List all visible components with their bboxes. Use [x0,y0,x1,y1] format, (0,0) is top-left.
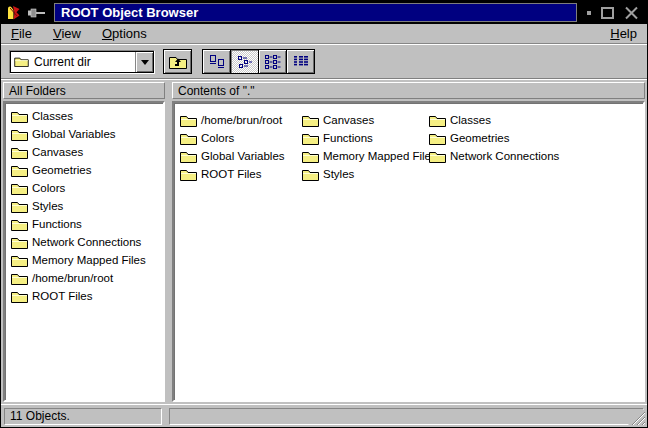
content-item-label: Styles [323,168,354,180]
contents-column-2: Canvases Functions Memory Mapped Files S… [302,111,429,183]
large-icons-button[interactable] [202,49,231,74]
folder-icon [302,168,319,181]
content-item-home-brun-root[interactable]: /home/brun/root [180,111,302,129]
list-view-icon [265,55,281,69]
folder-icon [180,132,197,145]
tree-item-label: /home/brun/root [32,272,113,284]
tree-item-memory-mapped-files[interactable]: Memory Mapped Files [9,251,163,269]
titlebar: ROOT Object Browser [1,1,647,24]
tree-item-label: Colors [32,182,65,194]
content-item-colors[interactable]: Colors [180,129,302,147]
menu-help-label: elp [620,26,637,41]
folder-up-icon [168,54,188,70]
tree-item-functions[interactable]: Functions [9,215,163,233]
folder-icon [180,168,197,181]
maximize-button[interactable] [601,7,614,19]
content-item-network-connections[interactable]: Network Connections [429,147,559,165]
content-item-label: Classes [450,114,491,126]
content-item-label: Global Variables [201,150,285,162]
tree-item-network-connections[interactable]: Network Connections [9,233,163,251]
content-item-global-variables[interactable]: Global Variables [180,147,302,165]
window-controls [587,6,641,20]
content-item-functions[interactable]: Functions [302,129,429,147]
tree-item-label: ROOT Files [32,290,93,302]
content-item-styles[interactable]: Styles [302,165,429,183]
toolbar: Current dir [1,44,647,78]
tree-item-classes[interactable]: Classes [9,107,163,125]
tree-item-label: Global Variables [32,128,116,140]
content-item-label: Geometries [450,132,509,144]
small-icons-button[interactable] [230,49,259,74]
tree-item-home-brun-root[interactable]: /home/brun/root [9,269,163,287]
window-title: ROOT Object Browser [61,5,198,20]
folder-icon [11,218,28,231]
tree-item-label: Canvases [32,146,83,158]
contents-header: Contents of "." [172,82,645,99]
folder-icon [180,114,197,127]
menu-help[interactable]: Help [610,26,637,41]
combobox-dropdown-button[interactable] [135,52,153,72]
tree-item-label: Network Connections [32,236,141,248]
menu-view[interactable]: View [53,26,81,41]
contents-column-3: Classes Geometries Network Connections [429,111,559,183]
folder-icon [11,110,28,123]
object-count: 11 Objects. [4,408,162,425]
content-item-label: Colors [201,132,234,144]
contents-column-1: /home/brun/root Colors Global Variables … [180,111,302,183]
folder-icon [11,128,28,141]
tree-item-global-variables[interactable]: Global Variables [9,125,163,143]
content-item-memory-mapped-files[interactable]: Memory Mapped Files [302,147,429,165]
resize-grip[interactable] [628,408,645,425]
folder-icon [11,164,28,177]
content-item-label: /home/brun/root [201,114,282,126]
tree-item-colors[interactable]: Colors [9,179,163,197]
tree-item-label: Geometries [32,164,91,176]
status-bar: 11 Objects. [1,404,647,427]
folder-icon [11,290,28,303]
tree-item-label: Memory Mapped Files [32,254,146,266]
tree-item-root-files[interactable]: ROOT Files [9,287,163,305]
content-item-canvases[interactable]: Canvases [302,111,429,129]
status-message-area [169,408,644,425]
details-view-icon [293,55,309,68]
content-item-label: Functions [323,132,373,144]
directory-combobox-field: Current dir [10,51,154,73]
folder-icon [302,132,319,145]
folder-icon [429,150,446,163]
directory-combobox-value: Current dir [34,55,135,69]
content-item-label: Canvases [323,114,374,126]
tree-item-label: Classes [32,110,73,122]
details-view-button[interactable] [286,49,315,74]
content-item-geometries[interactable]: Geometries [429,129,559,147]
folder-icon [11,272,28,285]
menu-options-label: ptions [112,26,147,41]
up-one-level-button[interactable] [163,49,192,74]
root-object-browser-window: ROOT Object Browser File View Options He… [0,0,648,428]
tree-item-canvases[interactable]: Canvases [9,143,163,161]
content-item-classes[interactable]: Classes [429,111,559,129]
folder-tree[interactable]: Classes Global Variables Canvases Geomet… [3,101,165,402]
menu-options-mnemonic: O [102,26,112,41]
folder-icon [11,146,28,159]
pin-icon [27,7,47,19]
window-title-bar[interactable]: ROOT Object Browser [54,3,577,22]
tree-item-geometries[interactable]: Geometries [9,161,163,179]
list-view-button[interactable] [258,49,287,74]
all-folders-header: All Folders [3,82,165,99]
view-mode-buttons [203,49,315,74]
directory-combobox[interactable]: Current dir [9,50,155,74]
menu-file-label: ile [19,26,32,41]
menu-help-mnemonic: H [610,26,619,41]
close-button[interactable] [624,6,639,20]
tree-item-styles[interactable]: Styles [9,197,163,215]
dropdown-arrow-icon [141,60,149,69]
content-item-root-files[interactable]: ROOT Files [180,165,302,183]
menu-options[interactable]: Options [102,26,147,41]
tree-item-label: Functions [32,218,82,230]
main-area: All Folders Classes Global Variables Can… [1,80,647,404]
folder-icon [429,114,446,127]
folder-icon [11,200,28,213]
menu-file[interactable]: File [11,26,32,41]
contents-list[interactable]: /home/brun/root Colors Global Variables … [172,101,645,402]
minimize-button[interactable] [587,11,591,15]
